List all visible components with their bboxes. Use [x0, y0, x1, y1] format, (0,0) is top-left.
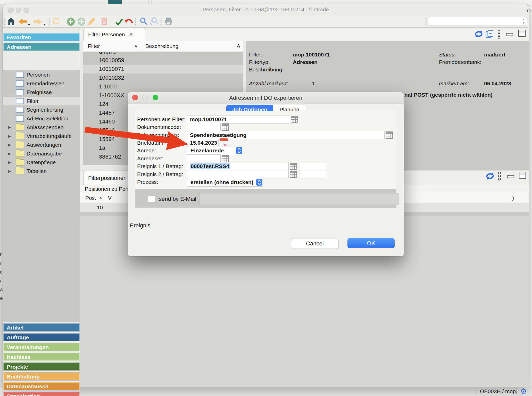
column-header-pos[interactable]: Pos.: [85, 195, 96, 201]
edit-icon[interactable]: [88, 17, 96, 27]
sidebar-tree-item[interactable]: ▶ Fremdadressen: [3, 79, 80, 88]
disclosure-triangle-icon[interactable]: ▶: [8, 134, 12, 138]
back-icon[interactable]: [18, 18, 27, 27]
column-header-filter[interactable]: Filter: [88, 43, 100, 50]
module-bar[interactable]: Veranstaltungen: [3, 343, 80, 351]
back-menu-icon[interactable]: [28, 21, 31, 27]
betrag1-field[interactable]: [300, 162, 326, 170]
filter-table-row[interactable]: 1-1000: [83, 82, 243, 91]
sidebar-sections: Favoriten Adressen: [3, 33, 80, 53]
betrag2-field[interactable]: [300, 170, 326, 178]
personen-filter-field[interactable]: mop.10010071: [187, 115, 290, 123]
anrede-select[interactable]: Einzelanrede: [187, 146, 243, 155]
send-email-checkbox[interactable]: [148, 195, 155, 203]
sidebar-tree-item[interactable]: ▶ Ad-Hoc Selektion: [3, 114, 80, 123]
lookup-grid-icon[interactable]: [222, 123, 229, 131]
module-bar[interactable]: Buchhaltung: [3, 373, 80, 380]
disclosure-triangle-icon[interactable]: ▶: [8, 169, 12, 174]
panel-menu-icon[interactable]: [497, 30, 501, 40]
sort-asc-icon[interactable]: ∧: [99, 195, 102, 201]
chevron-up-down-icon[interactable]: [236, 147, 242, 154]
panel-minimize-icon[interactable]: [507, 174, 515, 180]
ereignis2-field[interactable]: [187, 170, 289, 178]
lookup-grid-icon[interactable]: [291, 116, 298, 123]
panel-duplicate-icon[interactable]: [485, 30, 494, 39]
filter-table-row[interactable]: 10010059: [83, 56, 243, 65]
panel-menu-icon[interactable]: [498, 171, 501, 182]
sidebar-tree-item[interactable]: ▶ Auswertungen: [3, 141, 80, 149]
home-icon[interactable]: [7, 17, 15, 27]
panel-minimize-icon[interactable]: [506, 32, 514, 38]
panel-maximize-icon[interactable]: [518, 30, 526, 39]
anredeset-field[interactable]: [187, 154, 221, 163]
forward-icon[interactable]: [33, 18, 42, 27]
details-status-label: Status:: [439, 51, 456, 58]
search-icon[interactable]: [140, 17, 147, 26]
toolbar-handle[interactable]: [426, 18, 427, 25]
filter-table-row[interactable]: ufremd: [83, 52, 243, 56]
column-header-a[interactable]: A: [237, 43, 240, 50]
sidebar-section-header[interactable]: Favoriten: [3, 33, 80, 41]
sidebar-tree-item[interactable]: ▶ Personen: [3, 70, 80, 79]
undo-icon[interactable]: [125, 19, 133, 27]
column-header-right[interactable]: ): [512, 195, 514, 201]
tab-filter-personen[interactable]: Filter Personen ×: [83, 28, 145, 41]
dokumentensatz-field[interactable]: Spendenbestaetigung: [187, 131, 385, 139]
lookup-grid-icon[interactable]: [222, 155, 229, 162]
disclosure-triangle-icon[interactable]: ▶: [8, 143, 12, 147]
panel-refresh-icon[interactable]: [474, 30, 483, 39]
lookup-grid-icon[interactable]: [290, 170, 297, 178]
panel-refresh-icon[interactable]: [485, 172, 495, 182]
sidebar-tree-item[interactable]: ▶ Ereignisse: [3, 88, 80, 97]
dokumentencode-field[interactable]: [187, 123, 221, 131]
module-bar[interactable]: Artikel: [3, 324, 80, 331]
lookup-grid-icon[interactable]: [290, 162, 297, 170]
ok-button[interactable]: OK: [347, 238, 395, 248]
search-again-icon[interactable]: [150, 17, 159, 27]
close-tab-icon[interactable]: ×: [129, 30, 133, 38]
sidebar-tree-item[interactable]: ▶ Anlassspenden: [3, 123, 80, 132]
disclosure-triangle-icon[interactable]: ▶: [8, 160, 12, 165]
sidebar-tree-item[interactable]: ▶ Verarbeitungsläufe: [3, 132, 80, 141]
toolbar-handle[interactable]: [4, 18, 5, 25]
folder-icon: [16, 168, 24, 174]
prozess-select[interactable]: erstellen (ohne drucken): [187, 178, 263, 187]
cancel-button[interactable]: Cancel: [291, 238, 339, 249]
ereignis1-field[interactable]: 0000Test.RSS4: [187, 162, 289, 170]
column-header-v[interactable]: V: [108, 195, 112, 201]
panel-maximize-icon[interactable]: [519, 172, 527, 181]
sidebar-section-header[interactable]: Adressen: [3, 43, 80, 51]
sidebar-tree-item[interactable]: ▶ Filter: [3, 97, 80, 105]
column-header-beschreibung[interactable]: Beschreibung: [145, 43, 178, 50]
chevron-up-down-icon[interactable]: ▴▾: [523, 18, 525, 25]
disclosure-triangle-icon[interactable]: ▶: [8, 151, 12, 156]
filter-table-row[interactable]: 10010282: [83, 73, 243, 82]
refresh-icon[interactable]: [52, 17, 60, 26]
add-icon[interactable]: [67, 17, 75, 27]
sidebar-tree-item[interactable]: ▶ Datenausgabe: [3, 149, 80, 158]
confirm-icon[interactable]: [115, 19, 123, 27]
chevron-up-down-icon[interactable]: [256, 179, 262, 186]
sidebar-tree-item[interactable]: ▶ Datenpflege: [3, 158, 80, 167]
sort-asc-icon[interactable]: ∧: [134, 43, 137, 50]
email-address-field[interactable]: [200, 193, 399, 205]
add-copy-icon[interactable]: [77, 17, 86, 27]
module-bar[interactable]: Aufträge: [3, 333, 80, 341]
sidebar-tree-item[interactable]: ▶ Segmentierung: [3, 105, 80, 114]
quick-search-combo[interactable]: ▴▾: [428, 17, 527, 26]
details-beschreibung-label: Beschreibung:: [249, 66, 284, 73]
briefdatum-field[interactable]: 15.04.2023: [187, 139, 219, 147]
module-bar[interactable]: Projekte: [3, 363, 80, 370]
print-icon[interactable]: [164, 17, 173, 26]
module-bar[interactable]: Nachlass: [3, 353, 80, 361]
forward-menu-icon[interactable]: [43, 21, 46, 27]
lookup-grid-icon[interactable]: [386, 131, 393, 139]
gear-icon[interactable]: ⚙: [520, 387, 527, 395]
delete-icon[interactable]: [101, 17, 108, 27]
disclosure-triangle-icon[interactable]: ▶: [8, 125, 12, 130]
document-icon: [16, 72, 24, 78]
module-bar[interactable]: Datenaustausch: [3, 382, 80, 390]
sidebar-tree-item[interactable]: ▶ Tabellen: [3, 167, 80, 176]
filter-table-row[interactable]: 10010071: [83, 65, 243, 73]
module-bar[interactable]: Organisation: [3, 392, 80, 396]
